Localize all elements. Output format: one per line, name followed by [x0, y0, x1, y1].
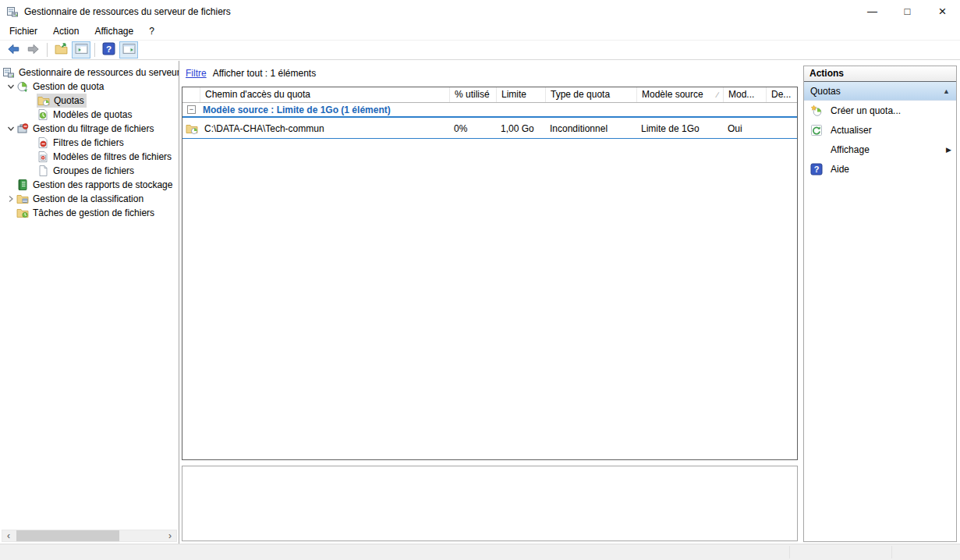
tree-item-modeles-de-quotas[interactable]: Modèles de quotas: [0, 108, 179, 122]
menu-action[interactable]: Action: [45, 23, 87, 41]
column-header-chemin[interactable]: Chemin d'accès du quota: [200, 87, 449, 102]
tree-item-label: Gestionnaire de ressources du serveur: [19, 67, 179, 78]
filter-link[interactable]: Filtre: [186, 68, 207, 79]
chevron-placeholder: [5, 207, 16, 219]
filescreen-management-icon: [16, 122, 29, 135]
show-console-tree-button[interactable]: [72, 41, 90, 58]
tree-item-label: Modèles de filtres de fichiers: [53, 151, 172, 162]
filescreen-template-icon: [37, 151, 49, 163]
minimize-button[interactable]: —: [855, 0, 890, 23]
chevron-down-icon[interactable]: [5, 123, 16, 135]
tree-item-modeles-de-filtres[interactable]: Modèles de filtres de fichiers: [0, 150, 179, 164]
svg-text:?: ?: [814, 165, 820, 174]
tree-item-quotas[interactable]: Quotas: [0, 94, 179, 108]
quotas-folder-icon: [37, 94, 50, 107]
tree-item-filtres-de-fichiers[interactable]: Filtres de fichiers: [0, 136, 179, 150]
actions-section-quotas[interactable]: Quotas ▲: [804, 82, 956, 101]
toolbar: ?: [0, 41, 960, 60]
column-header-icon[interactable]: [182, 87, 200, 102]
quota-type: Inconditionnel: [545, 118, 636, 139]
column-header-mod[interactable]: Mod...: [723, 87, 766, 102]
column-header-type[interactable]: Type de quota: [545, 87, 636, 102]
back-button[interactable]: [4, 41, 23, 58]
group-header-label: Modèle source : Limite de 1Go (1 élément…: [203, 105, 391, 115]
quota-management-icon: [16, 80, 29, 93]
action-affichage[interactable]: Affichage ▶: [804, 140, 956, 159]
column-header-de[interactable]: De...: [766, 87, 797, 102]
file-group-icon: [37, 165, 49, 177]
toolbar-separator: [94, 43, 95, 57]
show-all-label: Afficher tout : 1 éléments: [213, 68, 317, 79]
action-aide[interactable]: ? Aide: [804, 159, 956, 179]
quota-template-icon: [37, 108, 49, 121]
list-header: Chemin d'accès du quota % utilisé Limite…: [182, 87, 797, 103]
action-label: Aide: [831, 164, 849, 175]
show-action-pane-button[interactable]: [119, 41, 138, 58]
help-icon: ?: [102, 42, 115, 58]
refresh-icon: [810, 124, 823, 136]
tree-item-taches-de-gestion[interactable]: Tâches de gestion de fichiers: [0, 206, 179, 220]
tree-item-label: Gestion de la classification: [33, 193, 143, 204]
scrollbar-thumb[interactable]: [16, 530, 119, 541]
column-header-modele-source[interactable]: Modèle source ∕: [636, 87, 723, 102]
forward-button[interactable]: [24, 41, 43, 58]
collapse-section-icon[interactable]: ▲: [943, 87, 950, 95]
menu-bar: Fichier Action Affichage ?: [0, 23, 960, 41]
collapse-group-icon[interactable]: −: [187, 105, 196, 114]
tree-item-label: Groupes de fichiers: [53, 165, 134, 176]
forward-icon: [27, 42, 41, 58]
quota-list: Chemin d'accès du quota % utilisé Limite…: [182, 87, 798, 460]
server-icon: [2, 66, 15, 79]
tree-item-groupes-de-fichiers[interactable]: Groupes de fichiers: [0, 164, 179, 178]
main-area: Gestionnaire de ressources du serveur Ge…: [0, 61, 960, 544]
show-console-tree-icon: [75, 42, 88, 58]
status-separator: [891, 546, 892, 558]
classification-icon: [16, 193, 29, 205]
tree-item-gestion-de-quota[interactable]: Gestion de quota: [0, 80, 179, 94]
action-create-quota[interactable]: Créer un quota...: [804, 101, 956, 120]
action-label: Affichage: [831, 144, 870, 155]
help-button[interactable]: ?: [99, 41, 118, 58]
chevron-right-icon[interactable]: [5, 193, 16, 205]
menu-fichier[interactable]: Fichier: [2, 23, 45, 41]
close-button[interactable]: ×: [925, 0, 960, 23]
quota-limit: 1,00 Go: [496, 118, 545, 139]
tree-item-label: Filtres de fichiers: [53, 137, 124, 148]
tree-horizontal-scrollbar[interactable]: ‹ ›: [2, 530, 177, 542]
action-label: Créer un quota...: [831, 105, 901, 116]
quota-template: Limite de 1Go: [636, 118, 723, 139]
actions-section-label: Quotas: [810, 86, 943, 97]
tree-item-rapports-de-stockage[interactable]: Gestion des rapports de stockage: [0, 178, 179, 192]
console-tree-panel: Gestionnaire de ressources du serveur Ge…: [0, 61, 179, 544]
actions-pane: Actions Quotas ▲ Créer un quota... Actua…: [803, 66, 957, 542]
column-header-utilise[interactable]: % utilisé: [449, 87, 496, 102]
icon-placeholder: [810, 144, 823, 156]
group-header-row[interactable]: − Modèle source : Limite de 1Go (1 éléme…: [182, 103, 797, 118]
column-header-label: Modèle source: [642, 87, 703, 102]
tree-item-root[interactable]: Gestionnaire de ressources du serveur: [0, 66, 179, 80]
menu-affichage[interactable]: Affichage: [87, 23, 141, 41]
show-action-pane-icon: [122, 42, 136, 58]
back-icon: [6, 42, 20, 58]
help-icon: ?: [810, 163, 823, 175]
tree-item-classification[interactable]: Gestion de la classification: [0, 192, 179, 206]
action-actualiser[interactable]: Actualiser: [804, 120, 956, 140]
sort-ascending-icon: ∕: [717, 87, 723, 102]
tree-selection: Quotas: [37, 94, 87, 108]
submenu-arrow-icon: ▶: [946, 146, 951, 154]
quota-de: [766, 118, 797, 139]
menu-help[interactable]: ?: [141, 23, 162, 41]
chevron-down-icon[interactable]: [5, 81, 16, 93]
quota-row[interactable]: C:\DATA-CHA\Tech-commun 0% 1,00 Go Incon…: [182, 118, 797, 139]
scroll-right-arrow[interactable]: ›: [164, 530, 176, 541]
tree-item-gestion-du-filtrage[interactable]: Gestion du filtrage de fichiers: [0, 122, 179, 136]
tree-item-label: Gestion des rapports de stockage: [33, 179, 172, 190]
quota-used: 0%: [449, 118, 496, 139]
column-header-limite[interactable]: Limite: [496, 87, 545, 102]
tree-item-label: Modèles de quotas: [53, 109, 132, 120]
description-pane: [182, 466, 798, 541]
actions-title: Actions: [804, 66, 956, 82]
export-list-button[interactable]: [51, 41, 70, 58]
scroll-left-arrow[interactable]: ‹: [2, 530, 15, 541]
maximize-button[interactable]: □: [890, 0, 925, 23]
